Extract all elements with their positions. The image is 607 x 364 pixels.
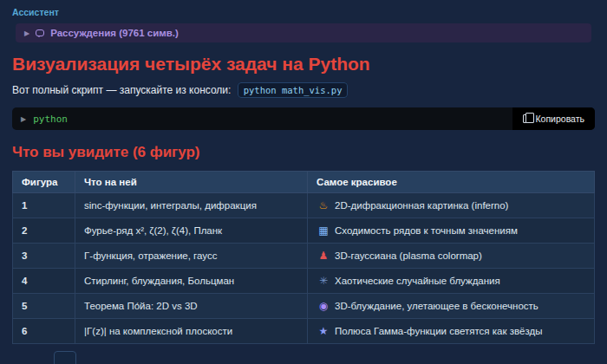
- figure-topic: sinc-функции, интегралы, дифракция: [75, 193, 308, 218]
- figure-highlight: ★Полюса Гамма-функции светятся как звёзд…: [308, 319, 595, 344]
- figure-topic: |Γ(z)| на комплексной плоскости: [75, 319, 308, 344]
- intro-paragraph: Вот полный скрипт — запускайте из консол…: [12, 83, 595, 97]
- table-header-row: Фигура Что на ней Самое красивое: [13, 172, 595, 193]
- reasoning-label: Рассуждения (9761 симв.): [50, 28, 179, 38]
- table-row: 6 |Γ(z)| на комплексной плоскости ★Полюс…: [13, 319, 595, 344]
- clipboard-icon: [523, 114, 530, 123]
- figure-highlight: ✳Хаотические случайные блуждания: [308, 269, 595, 294]
- column-header-figure: Фигура: [13, 172, 75, 193]
- figure-highlight: ◉3D-блуждание, улетающее в бесконечность: [308, 294, 595, 319]
- table-row: 2 Фурье-ряд x², ζ(2), ζ(4), Планк ▦Сходи…: [13, 218, 595, 244]
- page-title: Визуализация четырёх задач на Python: [12, 53, 595, 75]
- figure-highlight: ▦Сходимость рядов к точным значениям: [308, 218, 595, 244]
- chart-icon: ▦: [317, 224, 330, 237]
- highlight-text: 2D-дифракционная картинка (inferno): [335, 200, 508, 211]
- figure-number: 4: [13, 269, 75, 294]
- highlight-text: 3D-гауссиана (plasma colormap): [335, 250, 482, 261]
- highlight-text: Хаотические случайные блуждания: [335, 276, 500, 286]
- partial-inline-code: [54, 351, 76, 364]
- copy-button[interactable]: Копировать: [512, 107, 595, 130]
- chat-message: Ассистент ▶ Рассуждения (9761 симв.) Виз…: [0, 0, 607, 364]
- table-row: 1 sinc-функции, интегралы, дифракция ♨2D…: [13, 193, 595, 218]
- figures-table: Фигура Что на ней Самое красивое 1 sinc-…: [12, 171, 595, 344]
- figure-number: 6: [13, 319, 75, 344]
- table-row: 5 Теорема По́йа: 2D vs 3D ◉3D-блуждание,…: [13, 294, 595, 319]
- code-block-header[interactable]: ▶ python Копировать: [12, 107, 595, 130]
- crystal-ball-icon: ◉: [317, 300, 330, 312]
- column-header-highlight: Самое красивое: [308, 172, 595, 193]
- highlight-text: 3D-блуждание, улетающее в бесконечность: [335, 301, 538, 311]
- figure-topic: Γ-функция, отражение, гаусс: [75, 244, 308, 269]
- figure-highlight: ♨2D-дифракционная картинка (inferno): [308, 193, 595, 218]
- highlight-text: Сходимость рядов к точным значениям: [335, 225, 518, 236]
- figure-topic: Теорема По́йа: 2D vs 3D: [75, 294, 308, 319]
- inline-code: python math_vis.py: [238, 82, 349, 98]
- copy-button-label: Копировать: [535, 114, 584, 124]
- table-row: 3 Γ-функция, отражение, гаусс ♟3D-гаусси…: [13, 244, 595, 269]
- chevron-right-icon: ▶: [24, 29, 29, 37]
- section-title: Что вы увидите (6 фигур): [12, 143, 595, 162]
- figure-topic: Стирлинг, блуждания, Больцман: [75, 269, 308, 294]
- assistant-label: Ассистент: [12, 7, 595, 17]
- reasoning-toggle[interactable]: ▶ Рассуждения (9761 симв.): [16, 23, 591, 42]
- column-header-topic: Что на ней: [75, 172, 308, 193]
- code-language-label: python: [33, 114, 68, 125]
- chevron-right-icon: ▶: [21, 115, 26, 123]
- figure-highlight: ♟3D-гауссиана (plasma colormap): [308, 244, 595, 269]
- statue-icon: ♟: [317, 250, 330, 262]
- speech-bubble-icon: [36, 29, 44, 36]
- highlight-text: Полюса Гамма-функции светятся как звёзды: [335, 326, 542, 336]
- figure-topic: Фурье-ряд x², ζ(2), ζ(4), Планк: [75, 218, 308, 244]
- intro-text: Вот полный скрипт — запускайте из консол…: [12, 84, 231, 96]
- figure-number: 3: [13, 244, 75, 269]
- fire-icon: ♨: [317, 199, 330, 211]
- figure-number: 1: [13, 193, 75, 218]
- galaxy-icon: ★: [317, 325, 330, 337]
- figure-number: 2: [13, 218, 75, 244]
- table-row: 4 Стирлинг, блуждания, Больцман ✳Хаотиче…: [13, 269, 595, 294]
- spiral-icon: ✳: [317, 275, 330, 287]
- figure-number: 5: [13, 294, 75, 319]
